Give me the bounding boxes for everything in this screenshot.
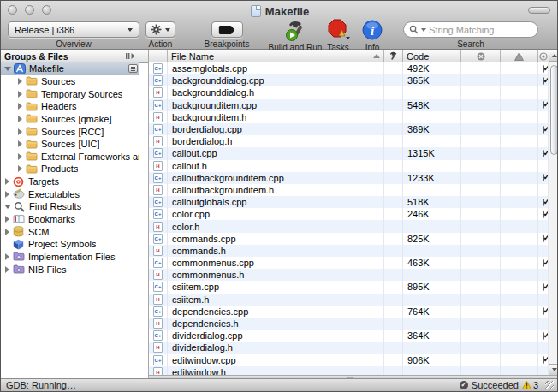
- sidebar-item-sources-rcc-[interactable]: Sources [RCC]: [1, 125, 140, 138]
- sidebar-item-headers[interactable]: Headers: [1, 100, 140, 113]
- resize-grip[interactable]: [545, 381, 554, 389]
- table-row[interactable]: C+calloutbackgrounditem.cpp1233K: [149, 172, 549, 184]
- sidebar-item-targets[interactable]: Targets: [1, 175, 140, 188]
- disclosure-triangle-icon[interactable]: [18, 78, 22, 85]
- warnings-column-header[interactable]: [501, 50, 538, 62]
- target-checkbox[interactable]: [543, 211, 544, 218]
- disclosure-triangle-icon[interactable]: [18, 116, 22, 122]
- tasks-button[interactable]: [327, 19, 350, 41]
- table-row[interactable]: Hcsiitem.h: [149, 294, 549, 306]
- target-checkbox[interactable]: [543, 235, 544, 242]
- disclosure-triangle-icon[interactable]: [18, 103, 22, 110]
- sidebar-item-nib-files[interactable]: NIB Files: [1, 263, 140, 276]
- table-row[interactable]: C+dependencies.cpp764K: [149, 306, 549, 318]
- target-checkbox[interactable]: [543, 65, 544, 73]
- target-checkbox[interactable]: [543, 307, 544, 315]
- disclosure-triangle-icon[interactable]: [18, 140, 22, 147]
- disclosure-triangle-icon[interactable]: [5, 266, 9, 273]
- detail-view-toggle-icon[interactable]: [128, 64, 138, 73]
- table-row[interactable]: Hcallout.h: [149, 160, 549, 172]
- document-proxy-icon[interactable]: [251, 5, 261, 17]
- sidebar-item-project-symbols[interactable]: Project Symbols: [1, 238, 140, 251]
- target-checkbox[interactable]: [543, 332, 544, 340]
- file-name-column-header[interactable]: File Name: [168, 50, 384, 62]
- errors-column-header[interactable]: [461, 50, 501, 62]
- disclosure-triangle-icon[interactable]: [4, 205, 11, 209]
- sidebar-item-sources[interactable]: Sources: [1, 75, 140, 88]
- disclosure-triangle-icon[interactable]: [18, 91, 22, 98]
- sidebar-item-executables[interactable]: Executables: [1, 187, 140, 200]
- table-row[interactable]: Hdividerdialog.h: [149, 342, 549, 353]
- target-checkbox[interactable]: [543, 356, 544, 364]
- splitter-toggle-icon[interactable]: [125, 52, 135, 60]
- table-row[interactable]: C+borderdialog.cpp369K: [149, 123, 549, 135]
- table-row[interactable]: C+callout.cpp1315K: [149, 147, 549, 159]
- action-button[interactable]: [145, 21, 175, 38]
- search-input[interactable]: String Matching: [403, 21, 538, 38]
- table-row[interactable]: Hcommonmenus.h: [149, 269, 549, 281]
- table-row[interactable]: Hdependencies.h: [149, 318, 549, 330]
- sidebar-item-implementation-files[interactable]: Implementation Files: [1, 251, 140, 264]
- table-row[interactable]: C+csiitem.cpp895K: [149, 281, 549, 293]
- toolbar-pill-button[interactable]: [528, 7, 550, 14]
- sidebar-item-external-frameworks-and[interactable]: External Frameworks and: [1, 150, 140, 163]
- target-checkbox[interactable]: [543, 199, 544, 206]
- table-row[interactable]: C+assemglobals.cpp492K: [149, 62, 549, 74]
- title-bar[interactable]: Makefile: [1, 1, 558, 20]
- build-status-column-header[interactable]: [384, 50, 403, 62]
- table-row[interactable]: C+calloutglobals.cpp518K: [149, 196, 549, 208]
- table-row[interactable]: Hborderdialog.h: [149, 135, 549, 147]
- table-vertical-scrollbar[interactable]: [549, 50, 558, 375]
- disclosure-triangle-icon[interactable]: [5, 178, 9, 185]
- disclosure-triangle-icon[interactable]: [18, 153, 22, 160]
- build-result-area[interactable]: ✓ Succeeded 3: [460, 380, 554, 390]
- sidebar-scrollbar-track[interactable]: [140, 50, 149, 380]
- sidebar-item-sources-qmake-[interactable]: Sources [qmake]: [1, 113, 140, 126]
- sidebar-item-scm[interactable]: SCM: [1, 225, 140, 238]
- scrollbar-up-arrow[interactable]: [549, 50, 558, 62]
- sidebar-header[interactable]: Groups & Files: [1, 50, 139, 62]
- disclosure-triangle-icon[interactable]: [5, 216, 9, 223]
- sidebar-item-sources-uic-[interactable]: Sources [UIC]: [1, 138, 140, 151]
- sidebar-item-temporary-sources[interactable]: Temporary Sources: [1, 87, 140, 100]
- scrollbar-down-arrow[interactable]: [549, 364, 558, 375]
- table-row[interactable]: Hcalloutbackgrounditem.h: [149, 184, 549, 196]
- target-column-header[interactable]: [538, 50, 549, 62]
- table-row[interactable]: C+editwindow.cpp906K: [149, 354, 549, 366]
- target-checkbox[interactable]: [543, 259, 544, 267]
- table-row[interactable]: Hbackgrounditem.h: [149, 111, 549, 123]
- table-row[interactable]: Hcommands.h: [149, 245, 549, 257]
- code-column-header[interactable]: Code: [403, 50, 461, 62]
- target-checkbox[interactable]: [543, 174, 544, 181]
- sidebar-item-products[interactable]: Products: [1, 163, 140, 175]
- file-icon-column-header[interactable]: [149, 50, 168, 62]
- target-checkbox[interactable]: [543, 101, 544, 109]
- table-row[interactable]: Hcolor.h: [149, 220, 549, 232]
- disclosure-triangle-icon[interactable]: [5, 229, 9, 235]
- breakpoints-button[interactable]: [211, 21, 243, 38]
- sidebar-item-makefile[interactable]: Makefile: [1, 62, 140, 75]
- disclosure-triangle-icon[interactable]: [18, 128, 22, 135]
- target-checkbox[interactable]: [543, 283, 544, 291]
- disclosure-triangle-icon[interactable]: [18, 165, 22, 172]
- table-row[interactable]: C+color.cpp246K: [149, 208, 549, 220]
- scrollbar-thumb[interactable]: [550, 65, 558, 155]
- disclosure-triangle-icon[interactable]: [5, 253, 9, 260]
- build-and-run-button[interactable]: [283, 19, 307, 41]
- info-button[interactable]: i: [362, 19, 383, 41]
- disclosure-triangle-icon[interactable]: [4, 67, 11, 71]
- warning-count-badge[interactable]: 3: [522, 380, 538, 390]
- table-row[interactable]: C+commonmenus.cpp463K: [149, 257, 549, 269]
- table-row[interactable]: Heditwindow.h: [149, 366, 549, 375]
- target-checkbox[interactable]: [543, 77, 544, 85]
- table-row[interactable]: Hbackgrounddialog.h: [149, 86, 549, 98]
- table-row[interactable]: C+dividerdialog.cpp364K: [149, 330, 549, 342]
- table-row[interactable]: C+commands.cpp825K: [149, 233, 549, 245]
- disclosure-triangle-icon[interactable]: [5, 191, 9, 198]
- sidebar-item-bookmarks[interactable]: Bookmarks: [1, 213, 140, 226]
- table-row[interactable]: C+backgrounditem.cpp548K: [149, 99, 549, 111]
- target-checkbox[interactable]: [543, 150, 544, 157]
- target-checkbox[interactable]: [543, 126, 544, 134]
- overview-popup-button[interactable]: Release | i386: [8, 21, 140, 38]
- table-row[interactable]: C+backgrounddialog.cpp365K: [149, 74, 549, 86]
